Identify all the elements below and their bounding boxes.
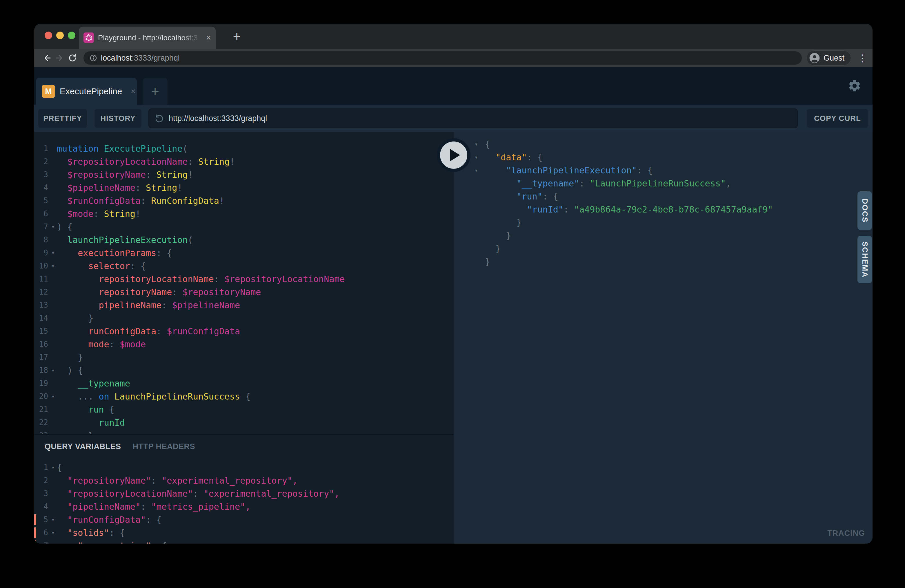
code-line: 10▾ selector: { xyxy=(34,259,454,273)
playground-main: 1mutation ExecutePipeline(2 $repositoryL… xyxy=(34,132,873,544)
code-line: 8 launchPipelineExecution( xyxy=(34,234,454,246)
line-number: 5 xyxy=(34,194,49,207)
line-number: 3 xyxy=(34,487,49,500)
fold-arrow-icon[interactable]: ▾ xyxy=(49,539,57,544)
tab-query-variables[interactable]: QUERY VARIABLES xyxy=(44,442,121,451)
fold-arrow-icon[interactable]: ▾ xyxy=(49,220,57,234)
fold-gutter xyxy=(49,299,57,312)
session-tab-executepipeline[interactable]: M ExecutePipeline × xyxy=(36,78,137,105)
code-line: 16 mode: $mode xyxy=(34,338,454,351)
code-line: 13 pipelineName: $pipelineName xyxy=(34,299,454,312)
add-session-tab-button[interactable]: + xyxy=(143,78,168,105)
execute-button[interactable] xyxy=(437,138,470,172)
forward-icon[interactable] xyxy=(53,52,66,64)
url-path: :3333/graphql xyxy=(132,54,180,63)
browser-tab-title: Playground - http://localhost:3 xyxy=(98,33,202,42)
fold-gutter xyxy=(49,234,57,246)
query-editor[interactable]: 1mutation ExecutePipeline(2 $repositoryL… xyxy=(34,132,454,434)
settings-gear-icon[interactable] xyxy=(848,79,862,93)
code-line: 15 runConfigData: $runConfigData xyxy=(34,325,454,338)
code-line: 17 } xyxy=(34,351,454,364)
browser-tab-close-icon[interactable]: × xyxy=(206,33,211,42)
back-icon[interactable] xyxy=(41,52,53,64)
fold-arrow-icon[interactable]: ▾ xyxy=(49,259,57,273)
site-info-icon[interactable] xyxy=(89,54,97,62)
play-circle xyxy=(440,141,467,169)
fold-gutter xyxy=(49,325,57,338)
fold-gutter xyxy=(475,229,485,242)
fold-gutter xyxy=(49,351,57,364)
docs-side-tab[interactable]: DOCS xyxy=(857,191,872,230)
browser-menu-icon[interactable]: ⋮ xyxy=(857,52,866,64)
profile-chip[interactable]: Guest xyxy=(807,51,851,65)
code-line: 1mutation ExecutePipeline( xyxy=(34,142,454,155)
line-number: 8 xyxy=(34,234,49,246)
fold-gutter xyxy=(49,403,57,416)
line-number: 23 xyxy=(34,429,49,434)
browser-tab[interactable]: Playground - http://localhost:3 × xyxy=(79,27,216,49)
close-window-button[interactable] xyxy=(44,32,52,39)
fold-gutter xyxy=(49,429,57,434)
response-viewer: ▾{▾ "data": {▾ "launchPipelineExecution"… xyxy=(454,132,873,544)
code-line: 5 $runConfigData: RunConfigData! xyxy=(34,194,454,207)
minimize-window-button[interactable] xyxy=(56,32,64,39)
history-button[interactable]: HISTORY xyxy=(95,109,141,127)
prettify-button[interactable]: PRETTIFY xyxy=(38,109,87,127)
line-number: 13 xyxy=(34,299,49,312)
fold-arrow-icon[interactable]: ▾ xyxy=(475,138,485,151)
line-number: 19 xyxy=(34,377,49,390)
code-line: 18▾ ) { xyxy=(34,364,454,377)
tracing-toggle[interactable]: TRACING xyxy=(827,529,865,538)
fold-arrow-icon[interactable]: ▾ xyxy=(475,164,485,177)
session-tab-close-icon[interactable]: × xyxy=(131,87,135,96)
fold-gutter xyxy=(49,416,57,429)
code-line: 21 run { xyxy=(34,403,454,416)
line-number: 21 xyxy=(34,403,49,416)
fold-gutter xyxy=(475,216,485,229)
variables-editor[interactable]: 1▾{2 "repositoryName": "experimental_rep… xyxy=(34,461,454,544)
fold-arrow-icon[interactable]: ▾ xyxy=(49,390,57,403)
tab-http-headers[interactable]: HTTP HEADERS xyxy=(133,442,195,451)
fold-gutter xyxy=(475,242,485,255)
code-line: 3 $repositoryName: String! xyxy=(34,168,454,181)
code-line: 6 $mode: String! xyxy=(34,207,454,220)
playground-session-row: M ExecutePipeline × + xyxy=(34,67,873,105)
fold-gutter xyxy=(475,203,485,216)
fold-gutter xyxy=(49,207,57,220)
line-number: 20 xyxy=(34,390,49,403)
fold-arrow-icon[interactable]: ▾ xyxy=(475,151,485,164)
fold-gutter xyxy=(49,286,57,299)
fold-gutter xyxy=(49,338,57,351)
reload-icon[interactable] xyxy=(66,52,79,64)
fold-arrow-icon[interactable]: ▾ xyxy=(49,513,57,526)
code-line: 7▾) { xyxy=(34,220,454,234)
copy-curl-button[interactable]: COPY CURL xyxy=(807,109,868,127)
endpoint-input[interactable]: http://localhost:3333/graphql xyxy=(148,108,798,128)
fold-arrow-icon[interactable]: ▾ xyxy=(49,461,57,474)
zoom-window-button[interactable] xyxy=(68,32,75,39)
fold-arrow-icon[interactable]: ▾ xyxy=(49,364,57,377)
schema-side-tab[interactable]: SCHEMA xyxy=(857,236,872,283)
endpoint-reset-icon[interactable] xyxy=(154,113,164,123)
code-line: 11 repositoryLocationName: $repositoryLo… xyxy=(34,273,454,286)
profile-name: Guest xyxy=(824,54,845,63)
new-tab-button[interactable]: + xyxy=(227,28,247,44)
variables-panel: QUERY VARIABLES HTTP HEADERS 1▾{2 "repos… xyxy=(34,434,454,544)
code-line: 2 $repositoryLocationName: String! xyxy=(34,155,454,168)
variables-tabbar: QUERY VARIABLES HTTP HEADERS xyxy=(44,442,195,451)
code-line: 22 runId xyxy=(34,416,454,429)
line-number: 2 xyxy=(34,474,49,487)
code-line: } xyxy=(454,229,873,242)
url-bar[interactable]: localhost:3333/graphql xyxy=(84,51,802,65)
fold-arrow-icon[interactable]: ▾ xyxy=(49,246,57,259)
code-line: 23 } xyxy=(34,429,454,434)
fold-gutter xyxy=(475,255,485,268)
fold-gutter xyxy=(49,273,57,286)
fold-arrow-icon[interactable]: ▾ xyxy=(49,526,57,539)
fold-gutter xyxy=(49,312,57,325)
code-line: 4 $pipelineName: String! xyxy=(34,181,454,194)
session-tab-title: ExecutePipeline xyxy=(60,86,122,96)
line-number: 3 xyxy=(34,168,49,181)
code-line: 4 "pipelineName": "metrics_pipeline", xyxy=(34,500,454,513)
code-line: ▾{ xyxy=(454,138,873,151)
